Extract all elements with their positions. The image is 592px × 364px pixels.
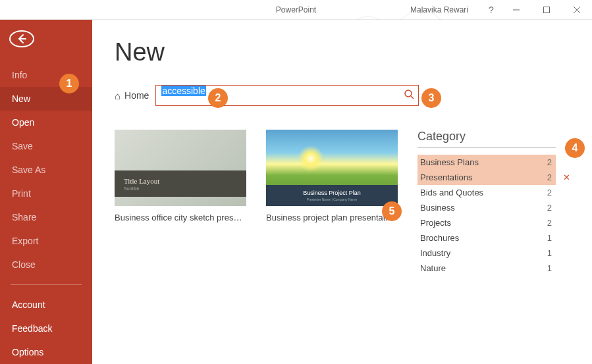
template-thumbnail: Title Layout Subtitle xyxy=(115,130,246,206)
sidebar-item-options[interactable]: Options xyxy=(0,340,92,364)
category-row[interactable]: Business2 xyxy=(417,200,556,215)
home-link[interactable]: ⌂ Home xyxy=(115,90,149,101)
category-header: Category xyxy=(417,130,556,143)
template-card[interactable]: Title Layout Subtitle Business office ci… xyxy=(115,130,246,276)
category-count: 2 xyxy=(547,172,552,182)
maximize-button[interactable] xyxy=(531,0,562,20)
sidebar-item-close[interactable]: Close xyxy=(0,253,92,276)
back-arrow-icon xyxy=(15,32,28,45)
minimize-button[interactable] xyxy=(501,0,531,20)
category-name: Presentations xyxy=(420,172,473,182)
search-box[interactable]: accessible xyxy=(155,85,419,106)
template-thumbnail: Business Project Plan Presenter Name | C… xyxy=(266,130,398,206)
category-count: 1 xyxy=(547,248,552,258)
svg-rect-1 xyxy=(544,7,550,13)
sidebar: InfoNewOpenSaveSave AsPrintShareExportCl… xyxy=(0,20,92,364)
category-row[interactable]: Business Plans2 xyxy=(417,155,556,170)
close-button[interactable] xyxy=(562,0,592,20)
category-row[interactable]: Presentations2✕ xyxy=(417,170,556,185)
sidebar-item-export[interactable]: Export xyxy=(0,229,92,253)
user-name[interactable]: Malavika Rewari xyxy=(410,5,468,14)
minimize-icon xyxy=(513,7,520,13)
back-button[interactable] xyxy=(9,30,34,47)
svg-line-5 xyxy=(411,96,414,99)
titlebar: PowerPoint Malavika Rewari ? xyxy=(0,0,592,20)
sidebar-item-open[interactable]: Open xyxy=(0,111,92,134)
category-panel: Category Business Plans2Presentations2✕B… xyxy=(417,130,556,276)
category-row[interactable]: Bids and Quotes2 xyxy=(417,185,556,200)
category-name: Brochures xyxy=(420,233,459,243)
category-count: 1 xyxy=(547,263,552,273)
svg-point-4 xyxy=(405,90,412,97)
category-count: 2 xyxy=(547,157,552,167)
sidebar-separator xyxy=(11,284,82,285)
maximize-icon xyxy=(543,7,550,13)
sidebar-item-account[interactable]: Account xyxy=(0,293,92,317)
thumb-subtitle: Presenter Name | Company Name xyxy=(307,197,358,201)
category-name: Business Plans xyxy=(420,157,479,167)
sidebar-item-share[interactable]: Share xyxy=(0,205,92,229)
category-count: 2 xyxy=(547,203,552,213)
thumb-title: Business Project Plan xyxy=(303,190,361,196)
sidebar-item-save-as[interactable]: Save As xyxy=(0,158,92,182)
search-icon[interactable] xyxy=(404,89,414,102)
thumb-subtitle: Subtitle xyxy=(124,186,246,191)
template-label: Business office city sketch prese… xyxy=(115,213,246,222)
category-name: Business xyxy=(420,203,455,213)
category-count: 1 xyxy=(547,233,552,243)
category-count: 2 xyxy=(547,188,552,197)
home-icon: ⌂ xyxy=(115,90,121,101)
category-row[interactable]: Projects2 xyxy=(417,215,556,230)
app-title: PowerPoint xyxy=(276,5,316,14)
search-input[interactable]: accessible xyxy=(161,86,404,105)
sidebar-item-new[interactable]: New xyxy=(0,87,92,111)
category-row[interactable]: Industry1 xyxy=(417,246,556,261)
template-grid: Title Layout Subtitle Business office ci… xyxy=(115,130,398,276)
home-label: Home xyxy=(124,90,149,101)
category-row[interactable]: Nature1 xyxy=(417,261,556,276)
clear-filter-icon[interactable]: ✕ xyxy=(563,172,570,182)
sidebar-item-save[interactable]: Save xyxy=(0,134,92,158)
template-label: Business project plan presentatio… xyxy=(266,213,398,222)
template-card[interactable]: Business Project Plan Presenter Name | C… xyxy=(266,130,398,276)
category-name: Nature xyxy=(420,263,446,273)
page-title: New xyxy=(115,38,572,66)
thumb-title: Title Layout xyxy=(124,177,246,185)
sidebar-item-print[interactable]: Print xyxy=(0,182,92,205)
category-name: Industry xyxy=(420,248,450,258)
category-count: 2 xyxy=(547,218,552,228)
help-button[interactable]: ? xyxy=(481,0,501,20)
sidebar-item-feedback[interactable]: Feedback xyxy=(0,317,92,340)
close-icon xyxy=(574,7,580,13)
category-name: Projects xyxy=(420,218,451,228)
category-row[interactable]: Brochures1 xyxy=(417,230,556,246)
main-area: New ⌂ Home accessible Title Layout xyxy=(92,20,592,364)
sidebar-item-info[interactable]: Info xyxy=(0,63,92,87)
category-name: Bids and Quotes xyxy=(420,188,483,197)
